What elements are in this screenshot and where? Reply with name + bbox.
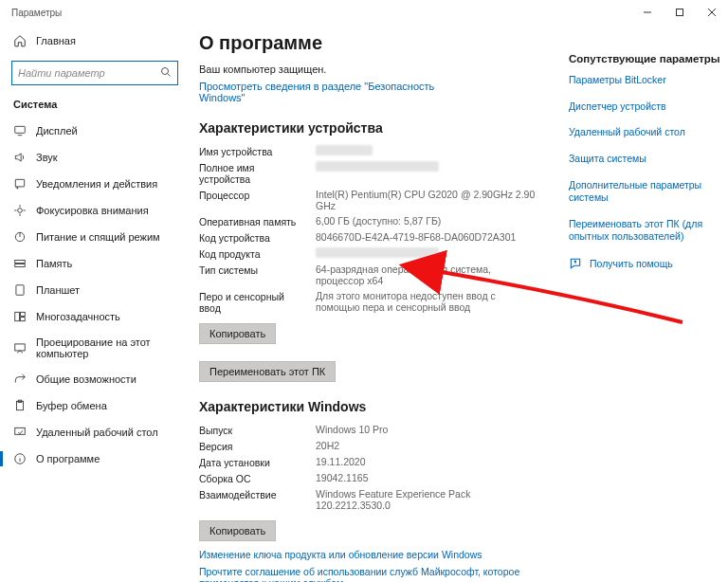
spec-key: Код устройства	[199, 231, 308, 244]
spec-key: Оперативная память	[199, 215, 308, 227]
sidebar-item-storage[interactable]: Память	[0, 250, 190, 277]
home-icon	[13, 34, 27, 47]
svg-rect-12	[15, 261, 26, 264]
sidebar-item-label: Буфер обмена	[36, 400, 107, 411]
get-help[interactable]: Получить помощь	[569, 257, 720, 270]
related-link-remote[interactable]: Удаленный рабочий стол	[569, 126, 720, 139]
sidebar-item-notifications[interactable]: Уведомления и действия	[0, 171, 190, 197]
svg-line-5	[168, 74, 171, 77]
spec-value: 8046670D-E42A-4719-8F68-DA060D72A301	[316, 231, 540, 244]
spec-key: Полное имя устройства	[199, 161, 308, 185]
tablet-icon	[13, 283, 27, 297]
spec-value: Windows 10 Pro	[316, 424, 540, 436]
power-icon	[13, 230, 27, 244]
spec-value: 64-разрядная операционная система, проце…	[316, 264, 540, 286]
related-heading: Сопутствующие параметры	[569, 53, 720, 64]
help-icon	[569, 257, 582, 270]
sidebar-item-multitask[interactable]: Многозадачность	[0, 303, 190, 330]
sidebar-item-clipboard[interactable]: Буфер обмена	[0, 392, 190, 419]
svg-rect-8	[15, 179, 24, 187]
sidebar-item-focus[interactable]: Фокусировка внимания	[0, 197, 190, 224]
get-help-label: Получить помощь	[590, 258, 673, 269]
related-link-bitlocker[interactable]: Параметры BitLocker	[569, 74, 720, 87]
sidebar-item-label: Удаленный рабочий стол	[36, 427, 158, 438]
maximize-button[interactable]	[664, 0, 696, 25]
device-specs: Имя устройства Полное имя устройства Про…	[199, 145, 540, 314]
spec-value	[316, 161, 540, 185]
svg-rect-17	[21, 318, 26, 321]
related-link-protection[interactable]: Защита системы	[569, 153, 720, 166]
copy-button[interactable]: Копировать	[199, 323, 276, 344]
svg-rect-14	[16, 285, 24, 296]
window-controls	[631, 0, 728, 25]
search-icon	[160, 66, 172, 80]
windows-specs: Выпуск Windows 10 Pro Версия 20H2 Дата у…	[199, 424, 540, 511]
sidebar-item-label: Общие возможности	[36, 373, 136, 385]
sidebar-group-heading: Система	[0, 95, 190, 118]
related-link-rename[interactable]: Переименовать этот ПК (для опытных польз…	[569, 218, 720, 244]
search-input[interactable]	[18, 67, 160, 79]
display-icon	[13, 124, 27, 137]
sidebar-item-tablet[interactable]: Планшет	[0, 277, 190, 303]
windows-spec-heading: Характеристики Windows	[199, 399, 565, 414]
main-content: О программе Ваш компьютер защищен. Просм…	[190, 25, 569, 582]
spec-value: 19.11.2020	[316, 456, 540, 468]
spec-key: Сборка ОС	[199, 472, 308, 484]
shared-icon	[13, 373, 27, 386]
spec-key: Перо и сенсорный ввод	[199, 290, 308, 314]
svg-rect-1	[677, 9, 683, 16]
redacted-value	[316, 247, 439, 258]
spec-key: Имя устройства	[199, 145, 308, 157]
spec-key: Тип системы	[199, 264, 308, 286]
related-link-advanced[interactable]: Дополнительные параметры системы	[569, 179, 720, 205]
redacted-value	[316, 145, 373, 155]
spec-value: 20H2	[316, 440, 540, 452]
sidebar-item-label: Память	[36, 258, 72, 269]
sidebar-item-project[interactable]: Проецирование на этот компьютер	[0, 330, 190, 366]
search-box[interactable]	[11, 61, 178, 85]
spec-value: Для этого монитора недоступен ввод с пом…	[316, 290, 540, 314]
related-link-devmgr[interactable]: Диспетчер устройств	[569, 100, 720, 114]
title-bar: Параметры	[0, 0, 728, 25]
related-settings: Сопутствующие параметры Параметры BitLoc…	[569, 25, 728, 582]
sidebar-item-shared[interactable]: Общие возможности	[0, 366, 190, 392]
minimize-button[interactable]	[631, 0, 664, 25]
sidebar-item-label: Звук	[36, 152, 58, 163]
sidebar-item-label: Дисплей	[36, 125, 78, 136]
spec-value: Windows Feature Experience Pack 120.2212…	[316, 488, 540, 511]
sidebar-item-label: Планшет	[36, 284, 80, 296]
sidebar-item-label: Уведомления и действия	[36, 178, 157, 190]
security-link[interactable]: Просмотреть сведения в разделе "Безопасн…	[199, 81, 446, 103]
secure-status: Ваш компьютер защищен.	[199, 64, 565, 75]
svg-rect-6	[15, 126, 26, 133]
focus-icon	[13, 204, 27, 217]
sidebar-home-label: Главная	[36, 35, 76, 46]
spec-value	[316, 247, 540, 260]
clipboard-icon	[13, 399, 27, 412]
sidebar-item-display[interactable]: Дисплей	[0, 118, 190, 144]
device-spec-heading: Характеристики устройства	[199, 120, 565, 136]
spec-key: Версия	[199, 440, 308, 452]
sidebar-item-power[interactable]: Питание и спящий режим	[0, 224, 190, 250]
svg-rect-15	[15, 312, 20, 320]
sidebar-item-about[interactable]: О программе	[0, 446, 190, 472]
sidebar-home[interactable]: Главная	[0, 28, 190, 53]
page-title: О программе	[199, 32, 565, 54]
product-key-link[interactable]: Изменение ключа продукта или обновление …	[199, 549, 482, 560]
rename-pc-button[interactable]: Переименовать этот ПК	[199, 361, 336, 382]
sidebar-item-sound[interactable]: Звук	[0, 144, 190, 171]
sidebar-item-remote[interactable]: Удаленный рабочий стол	[0, 419, 190, 446]
spec-key: Дата установки	[199, 456, 308, 468]
license-link[interactable]: Прочтите соглашение об использовании слу…	[199, 566, 565, 582]
spec-key: Процессор	[199, 189, 308, 211]
spec-key: Взаимодействие	[199, 488, 308, 511]
spec-value: Intel(R) Pentium(R) CPU G2020 @ 2.90GHz …	[316, 189, 540, 211]
svg-rect-18	[15, 344, 26, 351]
copy-button-2[interactable]: Копировать	[199, 520, 276, 541]
svg-point-4	[162, 68, 169, 75]
close-button[interactable]	[696, 0, 728, 25]
sidebar-item-label: Проецирование на этот компьютер	[36, 336, 176, 359]
remote-icon	[13, 426, 27, 439]
spec-key: Код продукта	[199, 247, 308, 260]
spec-value: 19042.1165	[316, 472, 540, 484]
